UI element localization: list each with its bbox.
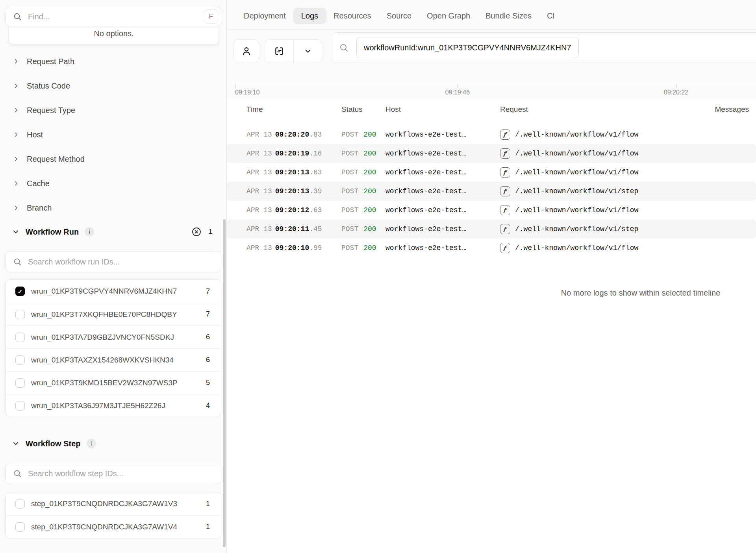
log-date: APR 13	[246, 206, 272, 214]
timeline-ruler[interactable]: 09:19:10 09:19:46 09:20:22	[227, 84, 756, 100]
log-time: APR 1309:20:10.99	[246, 244, 341, 252]
workflow-run-item[interactable]: wrun_01KP3T7XKQFHBE0E70PC8HDQBY 7	[6, 303, 221, 326]
workflow-step-search-input[interactable]	[27, 469, 214, 479]
live-mode-dropdown-button[interactable]	[293, 40, 322, 63]
tab[interactable]: Deployment	[244, 11, 286, 20]
status-code: 200	[363, 244, 376, 252]
workflow-run-item[interactable]: wrun_01KP3TAXZX154268WXKVSHKN34 6	[6, 348, 221, 371]
log-timestamp: 09:20:12	[275, 206, 309, 214]
request-path: /.well-known/workflow/v1/step	[515, 225, 638, 233]
workflow-run-id: wrun_01KP3TA36J97M3JTJE5H62Z26J	[31, 401, 200, 410]
checkbox[interactable]	[15, 333, 25, 342]
log-status: POST200	[341, 187, 385, 195]
chevron-down-icon	[12, 228, 20, 236]
log-row[interactable]: APR 1309:20:12.63 POST200 workflows-e2e-…	[227, 201, 756, 220]
filter-section-header[interactable]: Request Type	[0, 98, 227, 122]
find-input[interactable]	[27, 12, 204, 22]
log-row[interactable]: APR 1309:20:20.83 POST200 workflows-e2e-…	[227, 125, 756, 144]
column-header-time[interactable]: Time	[246, 105, 341, 114]
filter-section-header[interactable]: Request Method	[0, 147, 227, 171]
column-header-messages[interactable]: Messages	[700, 105, 756, 114]
workflow-run-count: 7	[206, 287, 210, 296]
checkbox[interactable]	[15, 401, 25, 411]
filter-section-header[interactable]: Request Path	[0, 49, 227, 74]
status-code: 200	[363, 187, 376, 195]
filter-section-label: Cache	[27, 179, 50, 188]
workflow-step-item[interactable]: step_01KP3T9CNQDNRDCJKA3G7AW1V3 1	[6, 492, 221, 515]
workflow-step-search-box[interactable]	[6, 463, 221, 484]
log-status: POST200	[341, 131, 385, 139]
workflow-run-search-box[interactable]	[6, 251, 221, 272]
info-icon[interactable]: i	[85, 227, 94, 237]
live-tail-button[interactable]	[265, 40, 293, 63]
workflow-run-item[interactable]: wrun_01KP3TA7D9GBZJVNCY0FN5SDKJ 6	[6, 326, 221, 348]
request-path: /.well-known/workflow/v1/flow	[515, 131, 638, 139]
checkbox[interactable]	[15, 355, 25, 365]
search-query-chip[interactable]: workflowRunId:wrun_01KP3T9CGPVY4NNRV6MJZ…	[356, 37, 579, 58]
checkbox[interactable]	[15, 287, 25, 296]
log-row[interactable]: APR 1309:20:10.99 POST200 workflows-e2e-…	[227, 239, 756, 257]
log-row[interactable]: APR 1309:20:19.16 POST200 workflows-e2e-…	[227, 144, 756, 163]
function-icon: ƒ	[500, 186, 510, 196]
log-host: workflows-e2e-test…	[385, 168, 500, 176]
workflow-step-item[interactable]: step_01KP3T9CNQDNRDCJKA3G7AW1V4 1	[6, 515, 221, 538]
log-time: APR 1309:20:20.83	[246, 131, 341, 139]
chevron-right-icon	[13, 82, 20, 89]
checkbox[interactable]	[15, 522, 25, 532]
tab[interactable]: Bundle Sizes	[485, 11, 532, 20]
logs-search-bar[interactable]: workflowRunId:wrun_01KP3T9CGPVY4NNRV6MJZ…	[331, 32, 756, 63]
tab[interactable]: Resources	[334, 11, 371, 20]
clear-workflow-run-filter-button[interactable]	[191, 227, 202, 237]
checkbox[interactable]	[15, 310, 25, 319]
tick-mark	[235, 84, 235, 88]
main-panel: Deployment Logs Resources Source Open Gr…	[227, 0, 756, 553]
circle-x-icon	[191, 227, 202, 237]
log-row[interactable]: APR 1309:20:13.39 POST200 workflows-e2e-…	[227, 182, 756, 201]
workflow-run-item[interactable]: wrun_01KP3T9KMD15BEV2W3ZN97WS3P 5	[6, 371, 221, 394]
info-icon[interactable]: i	[87, 439, 96, 448]
find-box[interactable]: F	[6, 7, 221, 26]
filter-section-header[interactable]: Status Code	[0, 74, 227, 98]
workflow-run-header[interactable]: Workflow Run i 1	[0, 226, 227, 238]
log-timestamp: 09:20:13	[275, 168, 309, 176]
tab[interactable]: Open Graph	[427, 11, 470, 20]
checkbox[interactable]	[15, 378, 25, 388]
log-time: APR 1309:20:13.63	[246, 168, 341, 176]
log-status: POST200	[341, 206, 385, 214]
search-icon	[13, 12, 22, 21]
log-milliseconds: .45	[309, 225, 322, 233]
sidebar-scrollbar[interactable]	[223, 219, 226, 547]
user-filter-button[interactable]	[233, 39, 259, 63]
function-icon: ƒ	[500, 167, 510, 178]
log-row[interactable]: APR 1309:20:13.63 POST200 workflows-e2e-…	[227, 163, 756, 182]
tab[interactable]: Source	[387, 11, 411, 20]
status-code: 200	[363, 225, 376, 233]
search-icon	[13, 257, 22, 266]
log-date: APR 13	[246, 244, 272, 252]
log-row[interactable]: APR 1309:20:11.45 POST200 workflows-e2e-…	[227, 220, 756, 239]
log-request: ƒ/.well-known/workflow/v1/step	[500, 224, 700, 234]
no-more-logs-message: No more logs to show within selected tim…	[561, 289, 721, 298]
log-milliseconds: .16	[309, 150, 322, 157]
workflow-step-header[interactable]: Workflow Step i	[0, 438, 227, 449]
host-text: workflows-e2e-test…	[385, 168, 466, 176]
host-text: workflows-e2e-test…	[385, 131, 466, 139]
filter-section-header[interactable]: Host	[0, 122, 227, 147]
log-timestamp: 09:20:20	[275, 131, 309, 139]
column-header-request[interactable]: Request	[500, 105, 700, 114]
tab[interactable]: CI	[547, 11, 555, 20]
log-timestamp: 09:20:13	[275, 187, 309, 195]
filter-section-header[interactable]: Branch	[0, 196, 227, 220]
checkbox[interactable]	[15, 499, 25, 509]
log-status: POST200	[341, 168, 385, 176]
search-icon	[13, 469, 22, 478]
log-status: POST200	[341, 150, 385, 157]
tab[interactable]: Logs	[293, 8, 326, 24]
filter-section-header[interactable]: Cache	[0, 171, 227, 196]
column-header-status[interactable]: Status	[341, 105, 385, 114]
workflow-run-item[interactable]: wrun_01KP3TA36J97M3JTJE5H62Z26J 4	[6, 394, 221, 417]
workflow-run-item[interactable]: wrun_01KP3T9CGPVY4NNRV6MJZ4KHN7 7	[6, 280, 221, 303]
column-header-host[interactable]: Host	[385, 105, 500, 114]
workflow-run-search-input[interactable]	[27, 257, 214, 267]
log-host: workflows-e2e-test…	[385, 225, 500, 233]
